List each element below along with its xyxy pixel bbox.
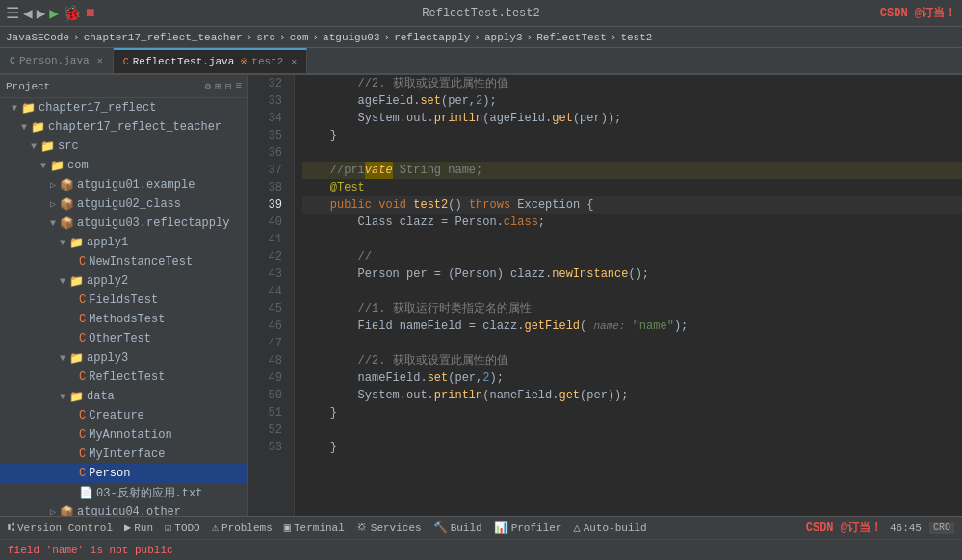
breadcrumb-atguigu03[interactable]: atguigu03 <box>323 32 379 43</box>
breadcrumb-test2[interactable]: test2 <box>620 32 652 43</box>
tree-othertest[interactable]: C OtherTest <box>0 329 247 348</box>
arrow-icon: ▷ <box>46 179 60 191</box>
ln-48: 48 <box>258 352 288 369</box>
ln-37: 37 <box>258 162 288 179</box>
sidebar-expand-icon[interactable]: ⊞ <box>215 80 221 92</box>
version-control-tool[interactable]: ⑆ Version Control <box>8 522 113 535</box>
tree-apply3[interactable]: ▼ 📁 apply3 <box>0 348 247 368</box>
tree-newinstancetest[interactable]: C NewInstanceTest <box>0 252 247 271</box>
ln-50: 50 <box>258 387 288 404</box>
breadcrumb-apply3[interactable]: apply3 <box>484 32 523 43</box>
sidebar-collapse-icon[interactable]: ⊟ <box>225 80 232 92</box>
sidebar-settings-icon[interactable]: ≡ <box>235 80 242 92</box>
ln-32: 32 <box>258 75 288 92</box>
tree-txtfile[interactable]: 📄 03-反射的应用.txt <box>0 483 247 502</box>
todo-label: TODO <box>174 522 199 534</box>
back-icon[interactable]: ◀ <box>23 4 33 23</box>
tree-atguigu01[interactable]: ▷ 📦 atguigu01.example <box>0 175 247 194</box>
breadcrumb-src[interactable]: src <box>256 32 275 43</box>
tree-label: MyAnnotation <box>89 428 171 442</box>
services-tool[interactable]: ⛭ Services <box>356 521 422 535</box>
class-icon: C <box>79 255 86 268</box>
run-icon: ▶ <box>124 521 131 535</box>
version-control-label: Version Control <box>17 522 113 534</box>
project-root[interactable]: JavaSECode <box>6 32 69 43</box>
class-icon: C <box>79 332 86 345</box>
forward-icon[interactable]: ▶ <box>37 4 46 23</box>
code-line-53: } <box>302 439 962 456</box>
tab-reflecttest[interactable]: C ReflectTest.java ※ test2 ✕ <box>114 48 308 73</box>
cr-badge: CRO <box>929 522 954 534</box>
tree-label: 03-反射的应用.txt <box>96 485 202 501</box>
main-layout: Project ⚙ ⊞ ⊟ ≡ ▼ 📁 chapter17_reflect ▼ … <box>0 75 962 516</box>
tab-person-close[interactable]: ✕ <box>97 55 103 66</box>
tab-person[interactable]: C Person.java ✕ <box>0 48 114 73</box>
class-icon: C <box>79 293 86 307</box>
tree-chapter17-reflect[interactable]: ▼ 📁 chapter17_reflect <box>0 98 247 117</box>
csdn-logo: CSDN @订当！ <box>880 5 956 21</box>
code-editor[interactable]: //2. 获取或设置此属性的值 ageField.set(per,2); Sys… <box>295 75 962 516</box>
run-tool[interactable]: ▶ Run <box>124 521 153 535</box>
tree-myinterface[interactable]: C MyInterface <box>0 445 247 464</box>
todo-tool[interactable]: ☑ TODO <box>165 521 200 535</box>
class-icon: C <box>79 467 86 480</box>
menu-icon[interactable]: ☰ <box>6 4 19 23</box>
tree-apply1[interactable]: ▼ 📁 apply1 <box>0 233 247 252</box>
tab-person-label: Person.java <box>19 55 90 66</box>
tree-atguigu03[interactable]: ▼ 📦 atguigu03.reflectapply <box>0 214 247 233</box>
arrow-icon: ▷ <box>46 198 60 210</box>
tree-methodstest[interactable]: C MethodsTest <box>0 310 247 329</box>
debug-icon[interactable]: 🐞 <box>63 4 82 23</box>
problems-icon: ⚠ <box>212 521 219 535</box>
breadcrumb-com[interactable]: com <box>290 32 309 43</box>
terminal-tool[interactable]: ▣ Terminal <box>284 521 345 535</box>
build-tool[interactable]: 🔨 Build <box>433 521 482 535</box>
editor-area[interactable]: 32 33 34 35 36 37 38 39 40 41 42 43 44 4… <box>248 75 962 516</box>
code-line-42: // <box>302 248 962 266</box>
arrow-icon: ▼ <box>17 122 31 133</box>
arrow-icon: ▼ <box>8 103 21 114</box>
tree-atguigu02[interactable]: ▷ 📦 atguigu02_class <box>0 194 247 214</box>
ln-41: 41 <box>258 231 288 248</box>
code-line-51: } <box>302 404 962 421</box>
run-icon-title[interactable]: ▶ <box>49 4 59 23</box>
arrow-icon: ▷ <box>46 506 60 516</box>
code-line-34: System.out.println(ageField.get(per)); <box>302 110 962 127</box>
file-tree: ▼ 📁 chapter17_reflect ▼ 📁 chapter17_refl… <box>0 98 247 516</box>
code-line-46: Field nameField = clazz.getField( name: … <box>302 318 962 335</box>
tree-label: Person <box>89 467 130 480</box>
services-icon: ⛭ <box>356 521 368 535</box>
sidebar-gear-icon[interactable]: ⚙ <box>205 80 212 92</box>
tabs-bar: C Person.java ✕ C ReflectTest.java ※ tes… <box>0 48 962 75</box>
auto-build-icon: △ <box>573 521 580 535</box>
breadcrumb-reflectapply[interactable]: reflectapply <box>394 32 470 43</box>
tree-reflecttest[interactable]: C ReflectTest <box>0 368 247 387</box>
tree-atguigu04[interactable]: ▷ 📦 atguigu04.other <box>0 502 247 516</box>
tree-chapter17-reflect-teacher[interactable]: ▼ 📁 chapter17_reflect_teacher <box>0 117 247 137</box>
param-hint: name: <box>593 318 625 335</box>
stop-icon[interactable]: ■ <box>86 5 95 22</box>
tree-creature[interactable]: C Creature <box>0 406 247 425</box>
arrow-icon: ▼ <box>27 141 40 152</box>
code-line-50: System.out.println(nameField.get(per)); <box>302 387 962 404</box>
breadcrumb-reflect[interactable]: chapter17_reflect_teacher <box>84 32 243 43</box>
tree-fieldstest[interactable]: C FieldsTest <box>0 291 247 310</box>
line-numbers: 32 33 34 35 36 37 38 39 40 41 42 43 44 4… <box>258 75 295 516</box>
tree-myannotation[interactable]: C MyAnnotation <box>0 425 247 445</box>
reflecttest-file-icon: C <box>123 57 129 67</box>
problems-tool[interactable]: ⚠ Problems <box>212 521 273 535</box>
auto-build-tool[interactable]: △ Auto-build <box>573 521 646 535</box>
arrow-icon: ▼ <box>56 238 69 248</box>
version-control-icon: ⑆ <box>8 522 14 535</box>
ln-49: 49 <box>258 369 288 387</box>
tree-com[interactable]: ▼ 📁 com <box>0 156 247 175</box>
tree-apply2[interactable]: ▼ 📁 apply2 <box>0 271 247 291</box>
tree-person[interactable]: C Person <box>0 464 247 483</box>
tree-label: FieldsTest <box>89 293 158 307</box>
breadcrumb-reflecttest[interactable]: ReflectTest <box>536 32 607 43</box>
build-label: Build <box>451 522 482 534</box>
tree-src[interactable]: ▼ 📁 src <box>0 137 247 156</box>
tab-reflecttest-close[interactable]: ✕ <box>291 56 297 67</box>
profiler-tool[interactable]: 📊 Profiler <box>494 521 562 535</box>
tree-data[interactable]: ▼ 📁 data <box>0 387 247 406</box>
